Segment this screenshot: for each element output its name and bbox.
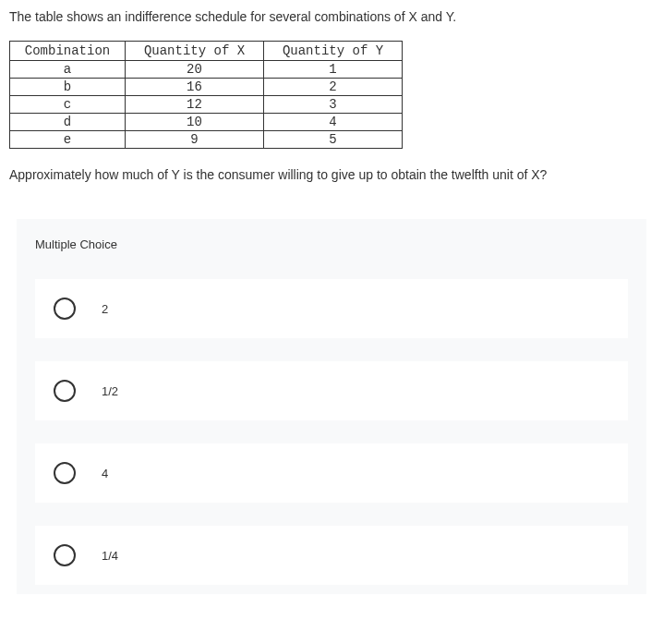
table-row: c 12 3 <box>10 96 403 114</box>
header-quantity-y: Quantity of Y <box>264 42 403 61</box>
table-row: a 20 1 <box>10 61 403 79</box>
cell-combo: c <box>10 96 126 114</box>
table-row: e 9 5 <box>10 131 403 149</box>
choice-option[interactable]: 2 <box>35 279 628 338</box>
cell-y: 3 <box>264 96 403 114</box>
cell-x: 20 <box>126 61 264 79</box>
indifference-table: Combination Quantity of X Quantity of Y … <box>9 41 403 149</box>
choice-label: 1/4 <box>102 549 118 563</box>
radio-unselected-icon[interactable] <box>54 380 76 402</box>
choice-label: 4 <box>102 467 108 480</box>
cell-x: 10 <box>126 114 264 131</box>
header-combination: Combination <box>10 42 126 61</box>
cell-combo: a <box>10 61 126 79</box>
choice-option[interactable]: 1/4 <box>35 526 628 585</box>
cell-y: 2 <box>264 79 403 96</box>
header-quantity-x: Quantity of X <box>126 42 264 61</box>
radio-unselected-icon[interactable] <box>54 462 76 484</box>
radio-unselected-icon[interactable] <box>54 544 76 566</box>
cell-combo: d <box>10 114 126 131</box>
cell-combo: b <box>10 79 126 96</box>
question-text: Approximately how much of Y is the consu… <box>9 167 654 182</box>
table-row: d 10 4 <box>10 114 403 131</box>
section-label: Multiple Choice <box>35 237 628 251</box>
cell-y: 4 <box>264 114 403 131</box>
choice-option[interactable]: 1/2 <box>35 361 628 420</box>
cell-x: 9 <box>126 131 264 149</box>
choice-option[interactable]: 4 <box>35 444 628 503</box>
choice-label: 1/2 <box>102 384 118 398</box>
radio-unselected-icon[interactable] <box>54 298 76 320</box>
cell-x: 16 <box>126 79 264 96</box>
cell-y: 1 <box>264 61 403 79</box>
intro-text: The table shows an indifference schedule… <box>9 9 654 24</box>
cell-combo: e <box>10 131 126 149</box>
choice-label: 2 <box>102 302 108 316</box>
cell-y: 5 <box>264 131 403 149</box>
table-row: b 16 2 <box>10 79 403 96</box>
answers-block: Multiple Choice 2 1/2 4 1/4 <box>17 219 646 594</box>
cell-x: 12 <box>126 96 264 114</box>
